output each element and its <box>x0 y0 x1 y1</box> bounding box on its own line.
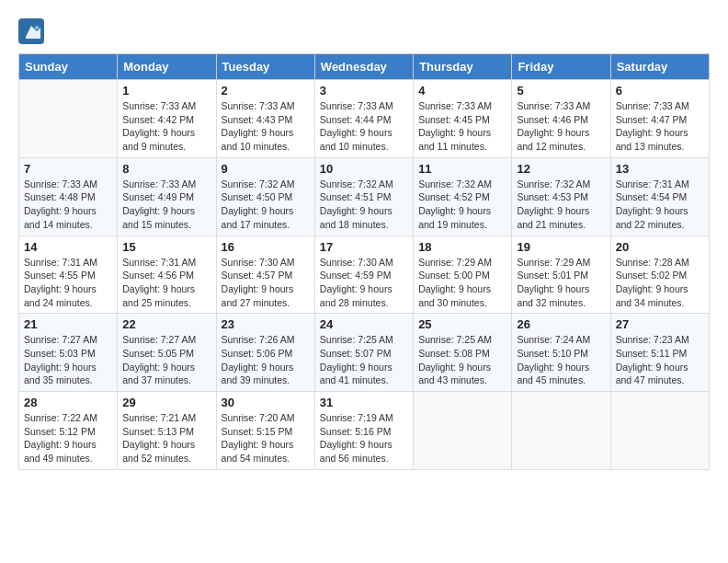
calendar-cell: 14Sunrise: 7:31 AM Sunset: 4:55 PM Dayli… <box>19 236 118 314</box>
day-info: Sunrise: 7:21 AM Sunset: 5:13 PM Dayligh… <box>122 411 210 465</box>
day-info: Sunrise: 7:32 AM Sunset: 4:52 PM Dayligh… <box>418 178 506 232</box>
calendar-cell: 5Sunrise: 7:33 AM Sunset: 4:46 PM Daylig… <box>512 80 610 158</box>
day-info: Sunrise: 7:29 AM Sunset: 5:01 PM Dayligh… <box>517 256 605 310</box>
calendar-cell: 7Sunrise: 7:33 AM Sunset: 4:48 PM Daylig… <box>19 157 118 236</box>
day-info: Sunrise: 7:31 AM Sunset: 4:55 PM Dayligh… <box>24 256 112 310</box>
day-number: 10 <box>320 162 408 176</box>
day-info: Sunrise: 7:23 AM Sunset: 5:11 PM Dayligh… <box>616 333 704 387</box>
day-info: Sunrise: 7:33 AM Sunset: 4:42 PM Dayligh… <box>122 99 210 154</box>
day-number: 21 <box>24 317 112 331</box>
day-number: 28 <box>24 396 112 409</box>
day-number: 24 <box>320 317 408 331</box>
day-number: 19 <box>517 240 605 254</box>
day-info: Sunrise: 7:26 AM Sunset: 5:06 PM Dayligh… <box>222 333 310 387</box>
day-number: 23 <box>222 317 310 331</box>
day-number: 13 <box>616 162 704 176</box>
day-info: Sunrise: 7:19 AM Sunset: 5:16 PM Dayligh… <box>320 411 408 465</box>
day-number: 3 <box>320 84 408 98</box>
day-number: 17 <box>320 240 408 254</box>
calendar-cell: 2Sunrise: 7:33 AM Sunset: 4:43 PM Daylig… <box>216 80 314 158</box>
calendar-cell: 10Sunrise: 7:32 AM Sunset: 4:51 PM Dayli… <box>314 157 413 236</box>
day-info: Sunrise: 7:33 AM Sunset: 4:43 PM Dayligh… <box>222 99 310 154</box>
day-info: Sunrise: 7:32 AM Sunset: 4:51 PM Dayligh… <box>320 178 408 232</box>
day-info: Sunrise: 7:33 AM Sunset: 4:45 PM Dayligh… <box>418 99 506 154</box>
day-info: Sunrise: 7:25 AM Sunset: 5:07 PM Dayligh… <box>320 333 408 387</box>
calendar-cell: 13Sunrise: 7:31 AM Sunset: 4:54 PM Dayli… <box>610 157 709 236</box>
calendar-cell: 17Sunrise: 7:30 AM Sunset: 4:59 PM Dayli… <box>314 236 413 314</box>
day-info: Sunrise: 7:32 AM Sunset: 4:53 PM Dayligh… <box>517 178 605 232</box>
column-header-monday: Monday <box>118 54 216 80</box>
calendar-cell <box>414 392 512 470</box>
day-info: Sunrise: 7:33 AM Sunset: 4:46 PM Dayligh… <box>517 99 605 154</box>
calendar-cell: 26Sunrise: 7:24 AM Sunset: 5:10 PM Dayli… <box>512 314 610 392</box>
calendar-cell: 11Sunrise: 7:32 AM Sunset: 4:52 PM Dayli… <box>414 157 512 236</box>
calendar-cell: 27Sunrise: 7:23 AM Sunset: 5:11 PM Dayli… <box>610 314 709 392</box>
calendar-cell: 1Sunrise: 7:33 AM Sunset: 4:42 PM Daylig… <box>118 80 216 158</box>
calendar-cell: 19Sunrise: 7:29 AM Sunset: 5:01 PM Dayli… <box>512 236 610 314</box>
day-info: Sunrise: 7:32 AM Sunset: 4:50 PM Dayligh… <box>222 178 310 232</box>
calendar-cell <box>19 80 118 158</box>
day-info: Sunrise: 7:33 AM Sunset: 4:44 PM Dayligh… <box>320 99 408 154</box>
calendar-cell: 28Sunrise: 7:22 AM Sunset: 5:12 PM Dayli… <box>19 392 118 470</box>
column-header-wednesday: Wednesday <box>314 54 413 80</box>
calendar-cell: 31Sunrise: 7:19 AM Sunset: 5:16 PM Dayli… <box>314 392 413 470</box>
calendar-cell: 15Sunrise: 7:31 AM Sunset: 4:56 PM Dayli… <box>118 236 216 314</box>
day-number: 8 <box>122 162 210 176</box>
day-number: 11 <box>418 162 506 176</box>
day-number: 18 <box>418 240 506 254</box>
column-header-saturday: Saturday <box>610 54 709 80</box>
calendar-cell: 24Sunrise: 7:25 AM Sunset: 5:07 PM Dayli… <box>314 314 413 392</box>
day-info: Sunrise: 7:31 AM Sunset: 4:56 PM Dayligh… <box>122 256 210 310</box>
calendar-cell: 4Sunrise: 7:33 AM Sunset: 4:45 PM Daylig… <box>414 80 512 158</box>
day-number: 20 <box>616 240 704 254</box>
day-info: Sunrise: 7:29 AM Sunset: 5:00 PM Dayligh… <box>418 256 506 310</box>
day-info: Sunrise: 7:33 AM Sunset: 4:47 PM Dayligh… <box>616 99 704 154</box>
day-number: 7 <box>24 162 112 176</box>
calendar-cell: 21Sunrise: 7:27 AM Sunset: 5:03 PM Dayli… <box>19 314 118 392</box>
day-number: 2 <box>222 84 310 98</box>
calendar-week-row: 7Sunrise: 7:33 AM Sunset: 4:48 PM Daylig… <box>19 157 710 236</box>
day-info: Sunrise: 7:27 AM Sunset: 5:03 PM Dayligh… <box>24 333 112 387</box>
calendar-week-row: 28Sunrise: 7:22 AM Sunset: 5:12 PM Dayli… <box>19 392 710 470</box>
calendar-cell: 16Sunrise: 7:30 AM Sunset: 4:57 PM Dayli… <box>216 236 314 314</box>
day-number: 4 <box>418 84 506 98</box>
day-number: 31 <box>320 396 408 409</box>
day-info: Sunrise: 7:22 AM Sunset: 5:12 PM Dayligh… <box>24 411 112 465</box>
svg-point-2 <box>35 26 39 29</box>
logo-icon <box>18 18 44 44</box>
day-info: Sunrise: 7:25 AM Sunset: 5:08 PM Dayligh… <box>418 333 506 387</box>
calendar-week-row: 1Sunrise: 7:33 AM Sunset: 4:42 PM Daylig… <box>19 80 710 158</box>
day-number: 30 <box>222 396 310 409</box>
day-info: Sunrise: 7:30 AM Sunset: 4:57 PM Dayligh… <box>222 256 310 310</box>
day-info: Sunrise: 7:20 AM Sunset: 5:15 PM Dayligh… <box>222 411 310 465</box>
day-number: 12 <box>517 162 605 176</box>
calendar-cell: 22Sunrise: 7:27 AM Sunset: 5:05 PM Dayli… <box>118 314 216 392</box>
calendar-cell: 8Sunrise: 7:33 AM Sunset: 4:49 PM Daylig… <box>118 157 216 236</box>
day-info: Sunrise: 7:27 AM Sunset: 5:05 PM Dayligh… <box>122 333 210 387</box>
calendar-cell: 30Sunrise: 7:20 AM Sunset: 5:15 PM Dayli… <box>216 392 314 470</box>
column-header-tuesday: Tuesday <box>216 54 314 80</box>
calendar-cell: 20Sunrise: 7:28 AM Sunset: 5:02 PM Dayli… <box>610 236 709 314</box>
calendar-header-row: SundayMondayTuesdayWednesdayThursdayFrid… <box>19 54 710 80</box>
column-header-thursday: Thursday <box>414 54 512 80</box>
day-number: 27 <box>616 317 704 331</box>
day-info: Sunrise: 7:31 AM Sunset: 4:54 PM Dayligh… <box>616 178 704 232</box>
day-number: 9 <box>222 162 310 176</box>
calendar-cell: 29Sunrise: 7:21 AM Sunset: 5:13 PM Dayli… <box>118 392 216 470</box>
logo <box>18 18 48 44</box>
day-info: Sunrise: 7:24 AM Sunset: 5:10 PM Dayligh… <box>517 333 605 387</box>
calendar-cell: 3Sunrise: 7:33 AM Sunset: 4:44 PM Daylig… <box>314 80 413 158</box>
day-info: Sunrise: 7:30 AM Sunset: 4:59 PM Dayligh… <box>320 256 408 310</box>
calendar-cell: 12Sunrise: 7:32 AM Sunset: 4:53 PM Dayli… <box>512 157 610 236</box>
day-info: Sunrise: 7:28 AM Sunset: 5:02 PM Dayligh… <box>616 256 704 310</box>
day-info: Sunrise: 7:33 AM Sunset: 4:48 PM Dayligh… <box>24 178 112 232</box>
calendar-cell: 6Sunrise: 7:33 AM Sunset: 4:47 PM Daylig… <box>610 80 709 158</box>
day-number: 14 <box>24 240 112 254</box>
calendar-cell <box>512 392 610 470</box>
calendar-week-row: 14Sunrise: 7:31 AM Sunset: 4:55 PM Dayli… <box>19 236 710 314</box>
calendar-cell: 18Sunrise: 7:29 AM Sunset: 5:00 PM Dayli… <box>414 236 512 314</box>
day-number: 16 <box>222 240 310 254</box>
page-header <box>18 18 710 44</box>
day-number: 26 <box>517 317 605 331</box>
day-info: Sunrise: 7:33 AM Sunset: 4:49 PM Dayligh… <box>122 178 210 232</box>
